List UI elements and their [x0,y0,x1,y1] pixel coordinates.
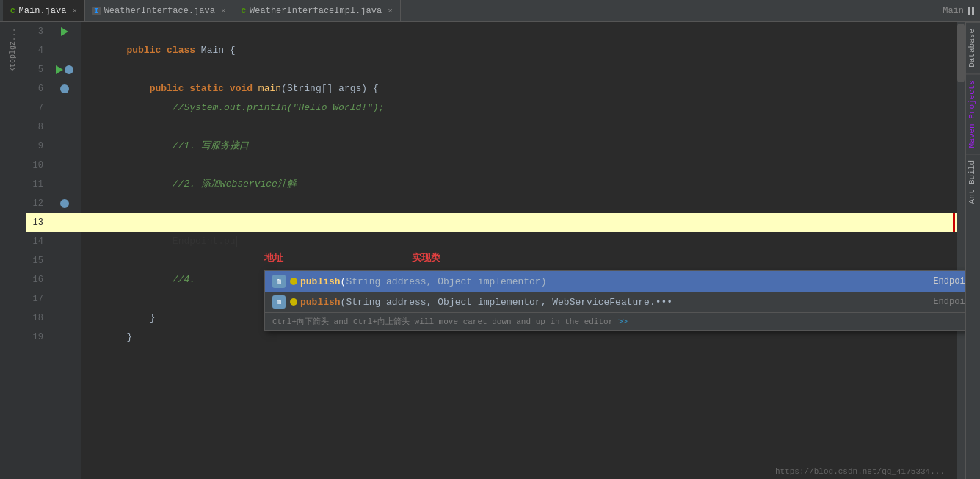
gutter [48,22,81,479]
scrollbar-track[interactable] [957,22,965,479]
breadcrumb-label: ktoplgz... [9,28,17,72]
ac-return-0: Endpoint [918,276,965,287]
breakpoint-12[interactable] [60,199,69,208]
gutter-7 [48,98,81,118]
tab-weather-interface[interactable]: I WeatherInterface.java × [85,0,233,21]
gutter-16 [48,270,81,289]
sidebar-maven[interactable]: Maven Projects [966,73,980,154]
line-num-3: 3 [26,22,48,41]
ac-dot-1 [290,298,297,306]
line-num-18: 18 [26,309,48,328]
code-line-12: //3. 发布服务 [81,194,957,213]
code-line-7 [81,98,957,118]
gutter-17 [48,289,81,309]
tab-close-main[interactable]: × [72,7,77,15]
left-gutter: ktoplgz... [0,22,26,479]
breakpoint-6[interactable] [60,84,69,93]
ac-sig-0: publish(String address, Object implement… [300,276,918,287]
watermark: https://blog.csdn.net/qq_4175334... [775,467,945,476]
gutter-8 [48,118,81,137]
code-line-15: //4. [81,251,957,270]
run-icon-5[interactable] [56,65,63,74]
gutter-13 [48,213,81,232]
ac-method-icon-0: m [272,275,286,288]
code-line-4 [81,41,957,60]
gutter-6[interactable] [48,79,81,98]
line-num-16: 16 [26,270,48,289]
tab-bar-right: Main [943,6,980,16]
code-line-11 [81,175,957,194]
gutter-4 [48,41,81,60]
run-icon-3[interactable] [61,27,68,36]
ac-dot-0 [290,278,297,285]
code-line-14 [81,232,957,251]
breakpoint-5[interactable] [65,65,73,74]
tab-icon-wimpl: C [241,7,246,15]
error-indicator [953,213,955,232]
tab-label-main: Main.java [19,6,67,16]
tab-main-java[interactable]: C Main.java × [3,0,85,21]
gutter-19 [48,328,81,347]
sidebar-ant[interactable]: Ant Build [966,154,980,209]
gutter-10 [48,156,81,175]
ac-method-icon-1: m [272,295,286,309]
code-line-13[interactable]: Endpoint.pu [81,213,957,232]
code-line-10: //2. 添加webservice注解 [81,156,957,175]
gutter-9 [48,137,81,156]
autocomplete-hint: Ctrl+向下箭头 and Ctrl+向上箭头 will move caret … [265,312,965,330]
tab-label-wimpl: WeatherInterfaceImpl.java [250,6,382,16]
line-num-13: 13 [26,213,48,232]
tab-bar: C Main.java × I WeatherInterface.java × … [0,0,980,22]
code-line-8: //1. 写服务接口 [81,118,957,137]
autocomplete-item-0[interactable]: m publish(String address, Object impleme… [265,271,965,292]
gutter-14 [48,232,81,251]
tab-weather-impl[interactable]: C WeatherInterfaceImpl.java × [233,0,400,21]
sidebar-database[interactable]: Database [966,22,980,73]
line-num-15: 15 [26,251,48,270]
line-num-17: 17 [26,289,48,309]
pause-button[interactable] [968,7,974,15]
line-num-8: 8 [26,118,48,137]
main-area: ktoplgz... 3 4 5 6 7 8 9 10 11 12 13 14 … [0,22,980,479]
ac-return-1: Endpoint [918,297,965,307]
hint-text: Ctrl+向下箭头 and Ctrl+向上箭头 will move caret … [272,317,613,326]
line-num-10: 10 [26,156,48,175]
line-num-4: 4 [26,41,48,60]
ac-sig-1: publish(String address, Object implement… [300,297,918,308]
tab-label-wi: WeatherInterface.java [104,6,215,16]
gutter-5[interactable] [48,60,81,79]
line-num-12: 12 [26,194,48,213]
scrollbar-thumb[interactable] [957,24,965,82]
hint-link[interactable]: >> [618,317,628,326]
code-line-6: //System.out.println("Hello World!"); [81,79,957,98]
line-num-14: 14 [26,232,48,251]
autocomplete-popup[interactable]: m publish(String address, Object impleme… [264,270,965,331]
code-line-3: public class Main { [81,22,957,41]
tab-icon-main: C [10,7,15,15]
line-numbers: 3 4 5 6 7 8 9 10 11 12 13 14 15 16 17 18… [26,22,48,479]
gutter-3[interactable] [48,22,81,41]
gutter-12[interactable] [48,194,81,213]
line-num-6: 6 [26,79,48,98]
toolbar-class-name: Main [943,6,964,16]
right-sidebar: Database Maven Projects Ant Build [965,22,980,479]
gutter-11 [48,175,81,194]
code-line-5: public static void main(String[] args) { [81,60,957,79]
line-num-11: 11 [26,175,48,194]
gutter-18 [48,309,81,328]
code-editor[interactable]: public class Main { public static void m… [81,22,957,479]
line-num-19: 19 [26,328,48,347]
tab-icon-wi: I [92,7,101,15]
code-line-9 [81,137,957,156]
gutter-15 [48,251,81,270]
tab-close-wimpl[interactable]: × [388,7,393,15]
autocomplete-item-1[interactable]: m publish(String address, Object impleme… [265,292,965,312]
line-num-5: 5 [26,60,48,79]
line-num-9: 9 [26,137,48,156]
line-num-7: 7 [26,98,48,118]
editor-area[interactable]: 3 4 5 6 7 8 9 10 11 12 13 14 15 16 17 18… [26,22,965,479]
tab-close-wi[interactable]: × [221,7,226,15]
